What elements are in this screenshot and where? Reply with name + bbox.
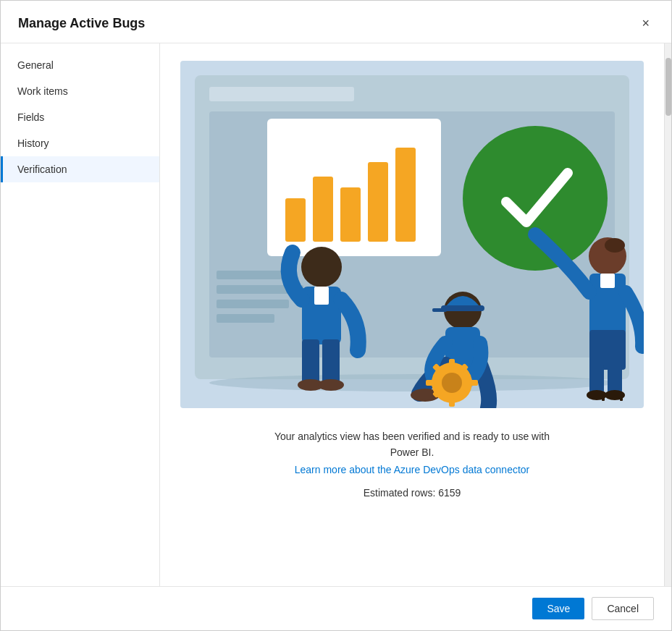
- manage-active-bugs-dialog: Manage Active Bugs × General Work items …: [0, 0, 672, 631]
- svg-rect-9: [217, 271, 282, 279]
- svg-point-14: [209, 374, 615, 391]
- svg-rect-17: [314, 287, 329, 305]
- right-panel: Your analytics view has been verified an…: [160, 43, 671, 586]
- svg-point-38: [605, 238, 625, 253]
- save-button[interactable]: Save: [532, 598, 584, 619]
- sidebar-item-history[interactable]: History: [1, 130, 159, 156]
- svg-rect-30: [449, 398, 455, 407]
- svg-rect-1: [209, 87, 354, 101]
- sidebar: General Work items Fields History Verifi…: [1, 43, 160, 586]
- sidebar-item-fields[interactable]: Fields: [1, 104, 159, 130]
- svg-rect-12: [217, 314, 274, 323]
- dialog-header: Manage Active Bugs ×: [1, 1, 671, 43]
- verification-description: Your analytics view has been verified an…: [274, 428, 550, 461]
- dialog-title: Manage Active Bugs: [18, 16, 145, 31]
- svg-rect-31: [426, 380, 434, 386]
- svg-rect-6: [340, 187, 361, 242]
- cancel-button[interactable]: Cancel: [592, 597, 654, 620]
- svg-rect-18: [302, 339, 319, 383]
- dialog-body: General Work items Fields History Verifi…: [1, 43, 671, 586]
- dialog-footer: Save Cancel: [1, 586, 671, 630]
- svg-rect-24: [432, 308, 447, 312]
- svg-rect-46: [602, 392, 605, 401]
- svg-point-13: [463, 126, 608, 271]
- close-button[interactable]: ×: [637, 14, 654, 33]
- svg-rect-4: [285, 198, 306, 242]
- svg-rect-32: [469, 380, 478, 386]
- svg-rect-5: [313, 177, 333, 242]
- svg-rect-41: [589, 330, 626, 370]
- svg-point-21: [318, 379, 344, 391]
- main-content: Your analytics view has been verified an…: [160, 43, 664, 586]
- svg-point-15: [301, 247, 342, 287]
- svg-rect-40: [600, 274, 615, 288]
- svg-rect-7: [368, 162, 388, 242]
- estimated-rows: Estimated rows: 6159: [364, 487, 461, 499]
- sidebar-item-general[interactable]: General: [1, 52, 159, 78]
- learn-more-link[interactable]: Learn more about the Azure DevOps data c…: [295, 464, 530, 475]
- svg-rect-47: [620, 392, 623, 401]
- sidebar-item-verification[interactable]: Verification: [1, 156, 159, 182]
- svg-rect-43: [608, 365, 622, 394]
- svg-point-28: [442, 373, 462, 393]
- svg-rect-19: [322, 339, 340, 383]
- svg-rect-42: [589, 365, 604, 394]
- svg-rect-8: [395, 148, 416, 242]
- scrollbar-thumb[interactable]: [665, 58, 671, 116]
- sidebar-item-work-items[interactable]: Work items: [1, 78, 159, 104]
- svg-rect-23: [441, 305, 484, 311]
- verification-illustration: [180, 61, 644, 408]
- svg-rect-11: [217, 300, 289, 308]
- scrollbar-track[interactable]: [664, 43, 671, 586]
- svg-rect-29: [449, 359, 455, 368]
